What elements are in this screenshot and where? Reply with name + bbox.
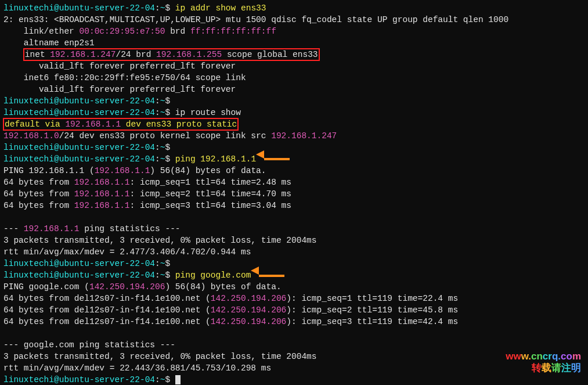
output: altname enp2s1 [3,37,585,49]
cmd-ping-google: ping google.com [175,271,251,280]
output: rtt min/avg/max/mdev = 22.443/36.881/45.… [3,362,585,374]
prompt-line: linuxtechi@ubuntu-server-22-04:~$ ip rou… [3,107,585,118]
cmd-ip-addr: ip addr show ens33 [175,3,266,13]
prompt-line: linuxtechi@ubuntu-server-22-04:~$ [3,95,585,107]
output: --- google.com ping statistics --- [3,339,585,351]
output: 64 bytes from 192.168.1.1: icmp_seq=1 tt… [3,177,585,188]
cursor-icon [175,375,181,384]
prompt-line: linuxtechi@ubuntu-server-22-04:~$ ip add… [3,2,585,14]
arrow-left-icon [264,153,290,165]
output: 64 bytes from 192.168.1.1: icmp_seq=2 tt… [3,188,585,200]
output [3,211,585,223]
output [3,328,585,339]
output: 2: ens33: <BROADCAST,MULTICAST,UP,LOWER_… [3,14,585,26]
red-highlight-box: inet 192.168.1.247/24 brd 192.168.1.255 … [23,48,320,61]
output: 192.168.1.0/24 dev ens33 proto kernel sc… [3,130,585,142]
arrow-left-icon [259,269,284,281]
output: PING google.com (142.250.194.206) 56(84)… [3,281,585,293]
output: --- 192.168.1.1 ping statistics --- [3,223,585,235]
output: 3 packets transmitted, 3 received, 0% pa… [3,235,585,246]
output: 3 packets transmitted, 3 received, 0% pa… [3,351,585,362]
prompt-line: linuxtechi@ubuntu-server-22-04:~$ ping g… [3,269,585,281]
prompt-line: linuxtechi@ubuntu-server-22-04:~$ ping 1… [3,153,585,165]
output: link/ether 00:0c:29:95:e7:50 brd ff:ff:f… [3,26,585,37]
output: valid_lft forever preferred_lft forever [3,84,585,95]
output: 64 bytes from del12s07-in-f14.1e100.net … [3,293,585,304]
output-inet-highlight: inet 192.168.1.247/24 brd 192.168.1.255 … [3,49,585,60]
output: rtt min/avg/max/mdev = 2.477/3.406/4.702… [3,246,585,258]
output: 64 bytes from 192.168.1.1: icmp_seq=3 tt… [3,200,585,211]
output: valid_lft forever preferred_lft forever [3,60,585,72]
prompt-line: linuxtechi@ubuntu-server-22-04:~$ [3,258,585,269]
output: 64 bytes from del12s07-in-f14.1e100.net … [3,316,585,328]
output-route-highlight: default via 192.168.1.1 dev ens33 proto … [3,118,585,130]
output: PING 192.168.1.1 (192.168.1.1) 56(84) by… [3,165,585,177]
prompt-line: linuxtechi@ubuntu-server-22-04:~$ [3,142,585,153]
terminal-output[interactable]: linuxtechi@ubuntu-server-22-04:~$ ip add… [3,2,585,385]
cmd-ping-gw: ping 192.168.1.1 [175,154,256,164]
output: 64 bytes from del12s07-in-f14.1e100.net … [3,304,585,316]
red-highlight-box: default via 192.168.1.1 dev ens33 proto … [3,118,239,131]
prompt-line[interactable]: linuxtechi@ubuntu-server-22-04:~$ [3,374,585,385]
output: inet6 fe80::20c:29ff:fe95:e750/64 scope … [3,72,585,84]
cmd-ip-route: ip route show [175,108,241,117]
